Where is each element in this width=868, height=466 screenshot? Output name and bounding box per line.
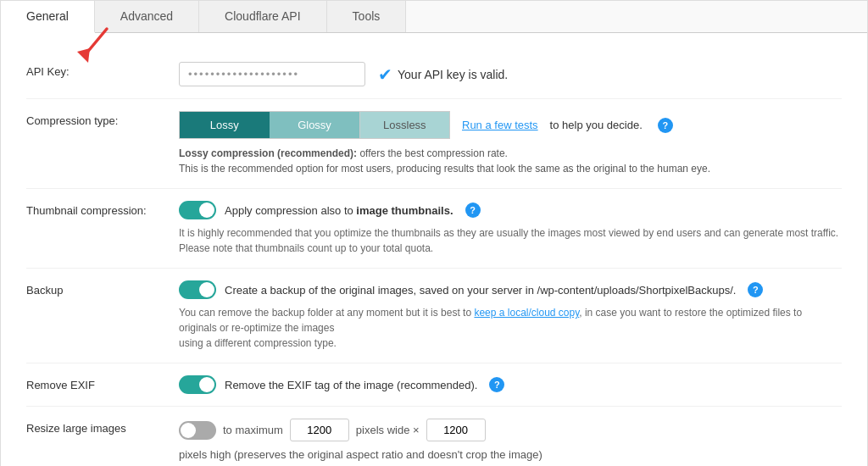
backup-control: Create a backup of the original images, …	[179, 280, 842, 351]
remove-exif-text: Remove the EXIF tag of the image (recomm…	[225, 379, 477, 391]
compression-desc-line2: This is the recommended option for most …	[179, 163, 710, 175]
glossy-label: Glossy	[298, 119, 331, 131]
thumbnail-bold-text: image thumbnails.	[356, 204, 453, 217]
compression-help-icon[interactable]: ?	[658, 118, 673, 133]
resize-height-input[interactable]	[426, 419, 486, 441]
api-key-row: API Key: ✔ Your API key is valid.	[26, 50, 842, 99]
thumbnail-help-icon[interactable]: ?	[465, 202, 481, 218]
compression-control: Lossy Glossy Lossless Run a few tests to…	[179, 111, 842, 176]
resize-height-unit: pixels high (preserves the original aspe…	[179, 448, 542, 461]
compression-label: Compression type:	[26, 111, 179, 127]
help-decide-text: to help you decide.	[550, 119, 643, 131]
checkmark-icon: ✔	[378, 64, 392, 85]
api-key-input-row: ✔ Your API key is valid.	[179, 62, 842, 86]
lossless-label: Lossless	[383, 119, 426, 131]
settings-content: API Key: ✔ Your API key is valid. Compre…	[1, 33, 867, 466]
run-tests-link[interactable]: Run a few tests	[462, 119, 538, 131]
backup-toggle-text: Create a backup of the original images, …	[225, 284, 736, 297]
remove-exif-control: Remove the EXIF tag of the image (recomm…	[179, 375, 842, 394]
backup-toggle-slider[interactable]	[179, 280, 216, 299]
thumbnail-toggle[interactable]	[179, 201, 216, 219]
tab-advanced-label: Advanced	[120, 9, 173, 23]
remove-exif-toggle-container: Remove the EXIF tag of the image (recomm…	[179, 375, 842, 394]
tab-tools-label: Tools	[353, 9, 381, 23]
tab-general-label: General	[26, 9, 69, 23]
compression-desc-bold: Lossy compression (recommended):	[179, 147, 357, 159]
remove-exif-toggle[interactable]	[179, 375, 216, 394]
resize-row: Resize large images to maximum pixels wi…	[26, 407, 842, 466]
compression-tab-lossy[interactable]: Lossy	[180, 112, 270, 138]
thumbnail-toggle-container: Apply compression also to image thumbnai…	[179, 201, 842, 219]
arrow-indicator	[73, 25, 115, 69]
backup-sub-line2: using a different compression type.	[179, 337, 337, 349]
thumbnail-sub-line1: It is highly recommended that you optimi…	[179, 227, 838, 239]
thumbnail-label: Thumbnail compression:	[26, 201, 179, 217]
compression-tab-lossless[interactable]: Lossless	[360, 112, 449, 138]
api-valid-indicator: ✔ Your API key is valid.	[378, 64, 508, 85]
backup-sub-line1: You can remove the backup folder at any …	[179, 307, 802, 334]
api-key-input[interactable]	[179, 62, 365, 86]
thumbnail-row: Thumbnail compression: Apply compression…	[26, 189, 842, 269]
resize-width-input[interactable]	[290, 419, 349, 441]
page-wrapper: General Advanced Cloudflare API Tools AP…	[0, 0, 868, 466]
tab-tools[interactable]: Tools	[327, 1, 407, 32]
compression-type-row: Compression type: Lossy Glossy Lossless	[26, 99, 842, 189]
compression-tabs-row: Lossy Glossy Lossless Run a few tests to…	[179, 111, 842, 139]
api-valid-text: Your API key is valid.	[398, 68, 508, 81]
resize-toggle-row: to maximum pixels wide × pixels high (pr…	[179, 419, 842, 461]
thumbnail-toggle-slider[interactable]	[179, 201, 216, 219]
resize-label: Resize large images	[26, 419, 179, 435]
compression-tabs: Lossy Glossy Lossless	[179, 111, 450, 139]
tab-bar: General Advanced Cloudflare API Tools	[1, 1, 867, 33]
remove-exif-toggle-slider[interactable]	[179, 375, 216, 394]
backup-link[interactable]: keep a local/cloud copy	[474, 307, 579, 319]
remove-exif-label: Remove EXIF	[26, 375, 179, 391]
remove-exif-row: Remove EXIF Remove the EXIF tag of the i…	[26, 363, 842, 407]
tab-cloudflare-label: Cloudflare API	[225, 9, 301, 23]
resize-width-unit: pixels wide ×	[356, 424, 420, 436]
remove-exif-help-icon[interactable]: ?	[489, 377, 504, 392]
backup-toggle-container: Create a backup of the original images, …	[179, 280, 842, 299]
backup-row: Backup Create a backup of the original i…	[26, 269, 842, 363]
backup-toggle[interactable]	[179, 280, 216, 299]
thumbnail-sub-line2: Please note that thumbnails count up to …	[179, 242, 433, 254]
backup-sub-text: You can remove the backup folder at any …	[179, 305, 842, 351]
compression-description: Lossy compression (recommended): offers …	[179, 146, 842, 176]
thumbnail-toggle-text: Apply compression also to image thumbnai…	[225, 204, 453, 217]
backup-label: Backup	[26, 280, 179, 297]
resize-prefix: to maximum	[223, 424, 283, 436]
resize-control: to maximum pixels wide × pixels high (pr…	[179, 419, 842, 466]
resize-toggle[interactable]	[179, 421, 216, 440]
compression-desc-rest: offers the best compression rate.	[357, 147, 508, 159]
resize-toggle-slider[interactable]	[179, 421, 216, 440]
svg-marker-1	[77, 48, 90, 63]
backup-help-icon[interactable]: ?	[748, 282, 763, 297]
compression-tab-glossy[interactable]: Glossy	[270, 112, 359, 138]
thumbnail-control: Apply compression also to image thumbnai…	[179, 201, 842, 256]
thumbnail-sub-text: It is highly recommended that you optimi…	[179, 225, 842, 256]
lossy-label: Lossy	[210, 119, 239, 131]
tab-cloudflare[interactable]: Cloudflare API	[199, 1, 327, 32]
api-key-control: ✔ Your API key is valid.	[179, 62, 842, 86]
